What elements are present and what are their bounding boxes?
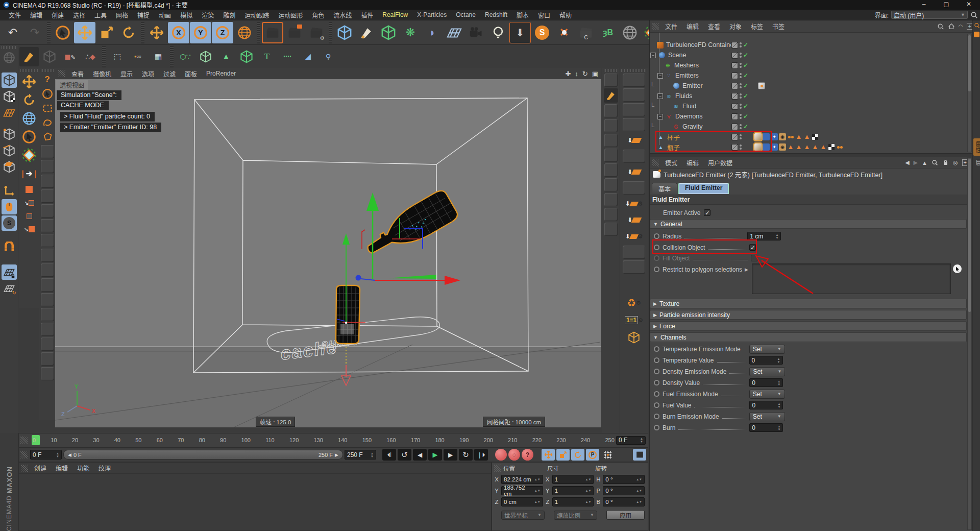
disabled-icon[interactable] <box>41 175 54 188</box>
menu-mograph[interactable]: 运动图形 <box>274 10 307 20</box>
dots-tag[interactable] <box>787 133 794 140</box>
tab-layers-vertical[interactable]: 层 <box>973 157 980 168</box>
rotate-icon[interactable] <box>20 91 38 109</box>
modeling-icon-3[interactable]: ∴◆ <box>81 47 100 66</box>
selection-tag[interactable]: ▲ <box>803 143 811 151</box>
modeling-icon-2[interactable]: ◼✎ <box>60 47 80 66</box>
om-menu-view[interactable]: 查看 <box>704 21 724 32</box>
emitter-active-checkbox[interactable]: ✓ <box>704 209 710 216</box>
wand-tag[interactable]: ✦ <box>771 143 778 151</box>
timeline-ruler[interactable]: 0102030405060708090100110120130140150160… <box>18 433 648 447</box>
keyframe-bullet[interactable] <box>654 391 659 397</box>
scale-ruler-icon[interactable]: 1=1⚙ <box>622 312 646 328</box>
disabled-icon[interactable] <box>604 178 618 191</box>
timeline-tick[interactable]: 60 <box>157 437 163 443</box>
channel-field[interactable]: 0▲▼ <box>749 401 783 409</box>
lock-y-axis-button[interactable]: Y <box>190 22 211 43</box>
disabled-icon[interactable] <box>41 337 54 351</box>
enabled-check[interactable]: ✓ <box>743 82 748 89</box>
wire-sphere-button[interactable] <box>619 22 641 43</box>
orange-square-icon[interactable] <box>22 183 36 196</box>
disabled-icon[interactable] <box>623 74 645 87</box>
om-search-icon[interactable] <box>937 23 944 30</box>
render-visibility-toggle[interactable] <box>731 113 738 120</box>
disabled-icon[interactable] <box>41 145 54 158</box>
pos-y-field[interactable]: 183.752 cm▲▼ <box>501 486 543 495</box>
sound-button[interactable]: S <box>531 22 553 43</box>
am-search-icon[interactable] <box>932 159 938 166</box>
menu-select[interactable]: 选择 <box>68 10 90 20</box>
tree-row-fluid[interactable]: └≋ Fluid ✓ <box>650 101 966 111</box>
key-parameter-button[interactable]: P <box>586 449 599 461</box>
channel-field[interactable]: 0▲▼ <box>749 423 783 432</box>
lock-x-axis-button[interactable]: X <box>168 22 189 43</box>
vp-menu-prorender[interactable]: ProRender <box>202 69 240 78</box>
disabled-icon[interactable] <box>41 278 54 292</box>
poly-pen-icon[interactable] <box>604 88 618 103</box>
end-frame-field[interactable]: 250 F▲▼ <box>345 450 376 460</box>
axis-mode-button[interactable] <box>2 183 17 198</box>
menu-pipeline[interactable]: 流水线 <box>329 10 356 20</box>
timeline-tick[interactable]: 160 <box>386 437 396 443</box>
timeline-tick[interactable]: 0 <box>33 437 36 443</box>
subdivide-gear-icon[interactable]: ⬇⚙ <box>622 196 646 211</box>
size-y-field[interactable]: 1▲▼ <box>552 486 594 495</box>
material-list-empty[interactable] <box>19 474 491 530</box>
globe-icon[interactable] <box>20 110 38 127</box>
disabled-icon[interactable] <box>604 104 618 117</box>
timeline-tick[interactable]: 180 <box>435 437 444 443</box>
pos-x-field[interactable]: 82.224 cm▲▼ <box>501 475 543 484</box>
collision-object-checkbox[interactable]: ✓ <box>749 244 756 251</box>
modeling-icon-5[interactable]: ▪▫▫ <box>128 47 148 66</box>
key-position-button[interactable] <box>542 449 555 461</box>
tab-basic[interactable]: 基本 <box>652 183 677 194</box>
move-tool[interactable] <box>74 22 95 43</box>
menu-sculpt[interactable]: 雕刻 <box>218 10 240 20</box>
drag-handle-icon[interactable] <box>652 23 659 30</box>
channel-field[interactable]: 0▲▼ <box>749 356 783 365</box>
key-scale-button[interactable] <box>556 449 570 461</box>
render-visibility-toggle[interactable] <box>731 52 738 59</box>
polygons-mode-button[interactable] <box>2 159 17 175</box>
menu-motion-tracker[interactable]: 运动跟踪 <box>240 10 274 20</box>
menu-character[interactable]: 角色 <box>307 10 329 20</box>
prev-frame-button[interactable]: ◀ <box>413 449 427 461</box>
modeling-icon-1[interactable] <box>40 47 59 66</box>
disabled-icon[interactable] <box>41 249 54 262</box>
uvw-tag[interactable] <box>812 133 819 140</box>
tree-row-scene[interactable]: − Scene ✓ <box>650 50 966 60</box>
vp-menu-options[interactable]: 选项 <box>138 68 158 79</box>
subdivide-icon[interactable]: ⬇ <box>622 133 646 148</box>
add-field-button[interactable]: ◗ <box>422 22 443 43</box>
xparticles-button[interactable]: ✕ <box>553 22 575 43</box>
channel-dropdown[interactable]: Set▼ <box>749 412 785 421</box>
live-select-small[interactable] <box>41 87 54 101</box>
rot-p-field[interactable]: 0 °▲▼ <box>603 486 645 495</box>
channel-dropdown[interactable]: Set▼ <box>749 390 785 399</box>
scale-tool[interactable] <box>96 22 117 43</box>
tree-row-gravity[interactable]: └G Gravity ✓ <box>650 122 966 132</box>
snap-button[interactable] <box>2 240 17 255</box>
general-section-header[interactable]: ▼General <box>650 219 967 229</box>
timeline-tick[interactable]: 200 <box>484 437 493 443</box>
modeling-icon-11[interactable]: T <box>257 47 277 66</box>
workplane-mode-button[interactable] <box>2 105 17 120</box>
add-spline-button[interactable] <box>356 22 377 43</box>
pos-z-field[interactable]: 0 cm▲▼ <box>501 497 543 506</box>
render-picture-viewer-button[interactable] <box>284 22 305 43</box>
mat-menu-create[interactable]: 创建 <box>30 463 51 473</box>
modeling-icon-12[interactable]: ᠁ <box>278 47 297 66</box>
texture-tag[interactable] <box>754 143 762 151</box>
eye-tag[interactable]: ◉ <box>779 133 786 140</box>
key-rotation-button[interactable] <box>571 449 584 461</box>
am-forward-icon[interactable]: ▶ <box>914 159 918 166</box>
commander-button[interactable]: ? <box>41 73 54 86</box>
menu-render[interactable]: 渲染 <box>197 10 218 20</box>
vp-rotate-icon[interactable]: ↻ <box>582 70 588 78</box>
tree-row-daemons[interactable]: −⋎ Daemons ✓ <box>650 111 966 122</box>
keyframe-bullet[interactable] <box>654 402 659 408</box>
rotate-tool[interactable] <box>118 22 139 43</box>
modeling-icon-14[interactable]: ⚲ <box>318 47 338 66</box>
selection-tag[interactable]: ▲ <box>812 143 819 151</box>
loop-button[interactable]: ↻ <box>459 449 473 461</box>
